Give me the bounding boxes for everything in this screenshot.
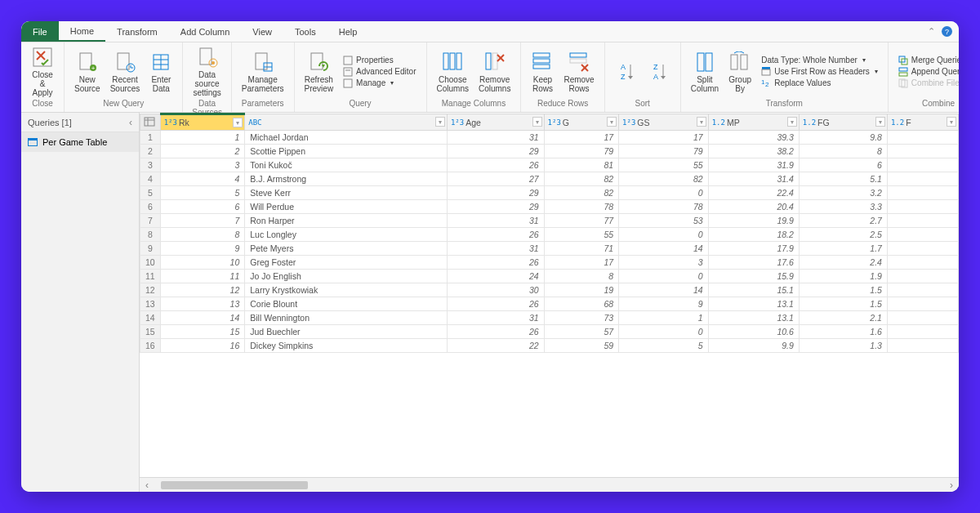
cell-rk[interactable]: 8 xyxy=(160,228,245,242)
cell-age[interactable]: 26 xyxy=(447,228,544,242)
column-header-Rk[interactable]: 1²3 Rk▾ xyxy=(160,114,245,131)
menu-view[interactable]: View xyxy=(241,21,283,42)
cell-fg[interactable]: 6 xyxy=(799,158,887,172)
cell-gs[interactable]: 5 xyxy=(619,339,709,353)
column-filter-icon[interactable]: ▾ xyxy=(697,117,706,127)
cell-mp[interactable]: 38.2 xyxy=(708,145,799,158)
cell-mp[interactable]: 39.3 xyxy=(708,131,799,145)
cell-rk[interactable]: 14 xyxy=(160,311,245,325)
cell-age[interactable]: 31 xyxy=(447,131,544,145)
cell-mp[interactable]: 31.4 xyxy=(708,172,799,186)
cell-f[interactable] xyxy=(887,325,958,339)
collapse-ribbon-icon[interactable]: ⌃ xyxy=(921,26,942,37)
column-header-name[interactable]: ABC ▾ xyxy=(245,114,448,131)
table-row[interactable]: 22Scottie Pippen29797938.28 xyxy=(140,145,959,158)
cell-mp[interactable]: 17.6 xyxy=(708,256,799,270)
cell-gs[interactable]: 0 xyxy=(619,270,709,283)
cell-g[interactable]: 17 xyxy=(544,256,619,270)
cell-name[interactable]: Pete Myers xyxy=(245,242,448,256)
cell-gs[interactable]: 9 xyxy=(619,297,709,311)
data-type-button[interactable]: Data Type: Whole Number▾ xyxy=(761,56,878,65)
refresh-preview-button[interactable]: Refresh Preview xyxy=(300,44,339,99)
cell-f[interactable] xyxy=(887,311,958,325)
cell-name[interactable]: B.J. Armstrong xyxy=(245,172,448,186)
cell-age[interactable]: 30 xyxy=(447,283,544,297)
cell-name[interactable]: Greg Foster xyxy=(245,256,448,270)
remove-rows-button[interactable]: Remove Rows xyxy=(559,44,599,99)
cell-age[interactable]: 29 xyxy=(447,145,544,158)
cell-g[interactable]: 73 xyxy=(544,311,619,325)
cell-g[interactable]: 68 xyxy=(544,297,619,311)
cell-age[interactable]: 29 xyxy=(447,200,544,214)
cell-g[interactable]: 8 xyxy=(544,270,619,283)
cell-rk[interactable]: 13 xyxy=(160,297,245,311)
new-source-button[interactable]: +New Source xyxy=(69,44,105,99)
cell-mp[interactable]: 13.1 xyxy=(708,311,799,325)
cell-gs[interactable]: 1 xyxy=(619,311,709,325)
cell-g[interactable]: 19 xyxy=(544,283,619,297)
split-column-button[interactable]: Split Column xyxy=(686,44,724,99)
cell-name[interactable]: Scottie Pippen xyxy=(245,145,448,158)
help-icon[interactable]: ? xyxy=(942,26,952,37)
cell-mp[interactable]: 17.9 xyxy=(708,242,799,256)
cell-mp[interactable]: 9.9 xyxy=(708,339,799,353)
cell-g[interactable]: 82 xyxy=(544,172,619,186)
cell-fg[interactable]: 3.2 xyxy=(799,186,887,200)
column-filter-icon[interactable]: ▾ xyxy=(532,117,542,127)
cell-mp[interactable]: 10.6 xyxy=(708,325,799,339)
cell-g[interactable]: 17 xyxy=(544,131,619,145)
cell-f[interactable] xyxy=(887,145,958,158)
cell-rk[interactable]: 5 xyxy=(160,186,245,200)
cell-fg[interactable]: 5.1 xyxy=(799,172,887,186)
menu-home[interactable]: Home xyxy=(59,21,105,42)
cell-age[interactable]: 31 xyxy=(447,242,544,256)
advanced-editor-button[interactable]: Advanced Editor xyxy=(343,67,416,77)
cell-rk[interactable]: 3 xyxy=(160,158,245,172)
cell-rk[interactable]: 7 xyxy=(160,214,245,228)
cell-fg[interactable]: 3.3 xyxy=(799,200,887,214)
cell-gs[interactable]: 79 xyxy=(619,145,709,158)
combine-files-button[interactable]: Combine Files xyxy=(898,78,959,88)
cell-age[interactable]: 22 xyxy=(447,339,544,353)
table-row[interactable]: 1010Greg Foster2617317.62.4 xyxy=(140,256,959,270)
recent-sources-button[interactable]: Recent Sources xyxy=(105,44,145,99)
close-apply-button[interactable]: Close & Apply xyxy=(26,44,59,99)
cell-gs[interactable]: 14 xyxy=(619,242,709,256)
column-header-G[interactable]: 1²3 G▾ xyxy=(544,114,619,131)
cell-age[interactable]: 26 xyxy=(447,256,544,270)
cell-gs[interactable]: 3 xyxy=(619,256,709,270)
scroll-right-icon[interactable]: › xyxy=(944,480,959,491)
column-filter-icon[interactable]: ▾ xyxy=(233,118,243,127)
enter-data-button[interactable]: Enter Data xyxy=(145,44,177,99)
cell-fg[interactable]: 8 xyxy=(799,145,887,158)
merge-queries-button[interactable]: Merge Queries▾ xyxy=(898,56,959,65)
cell-f[interactable] xyxy=(887,200,958,214)
cell-mp[interactable]: 13.1 xyxy=(708,297,799,311)
cell-name[interactable]: Corie Blount xyxy=(245,297,448,311)
column-filter-icon[interactable]: ▾ xyxy=(787,117,797,127)
table-row[interactable]: 33Toni Kukoč26815531.96 xyxy=(140,158,959,172)
use-first-row-headers-button[interactable]: Use First Row as Headers▾ xyxy=(761,66,878,76)
cell-age[interactable]: 31 xyxy=(447,311,544,325)
table-row[interactable]: 1313Corie Blount2668913.11.5 xyxy=(140,297,959,311)
cell-g[interactable]: 57 xyxy=(544,325,619,339)
cell-fg[interactable]: 1.7 xyxy=(799,242,887,256)
cell-rk[interactable]: 1 xyxy=(160,131,245,145)
cell-age[interactable]: 27 xyxy=(447,172,544,186)
cell-f[interactable] xyxy=(887,270,958,283)
cell-rk[interactable]: 15 xyxy=(160,325,245,339)
remove-columns-button[interactable]: Remove Columns xyxy=(474,44,515,99)
column-header-MP[interactable]: 1.2 MP▾ xyxy=(708,114,799,131)
cell-mp[interactable]: 22.4 xyxy=(708,186,799,200)
cell-fg[interactable]: 1.3 xyxy=(799,339,887,353)
cell-age[interactable]: 29 xyxy=(447,186,544,200)
properties-button[interactable]: Properties xyxy=(343,56,416,65)
cell-f[interactable] xyxy=(887,283,958,297)
column-filter-icon[interactable]: ▾ xyxy=(875,117,885,127)
cell-f[interactable] xyxy=(887,131,958,145)
column-header-GS[interactable]: 1²3 GS▾ xyxy=(619,114,709,131)
manage-button[interactable]: Manage▾ xyxy=(343,78,416,88)
cell-age[interactable]: 26 xyxy=(447,297,544,311)
cell-name[interactable]: Dickey Simpkins xyxy=(245,339,448,353)
table-row[interactable]: 1616Dickey Simpkins225959.91.3 xyxy=(140,339,959,353)
